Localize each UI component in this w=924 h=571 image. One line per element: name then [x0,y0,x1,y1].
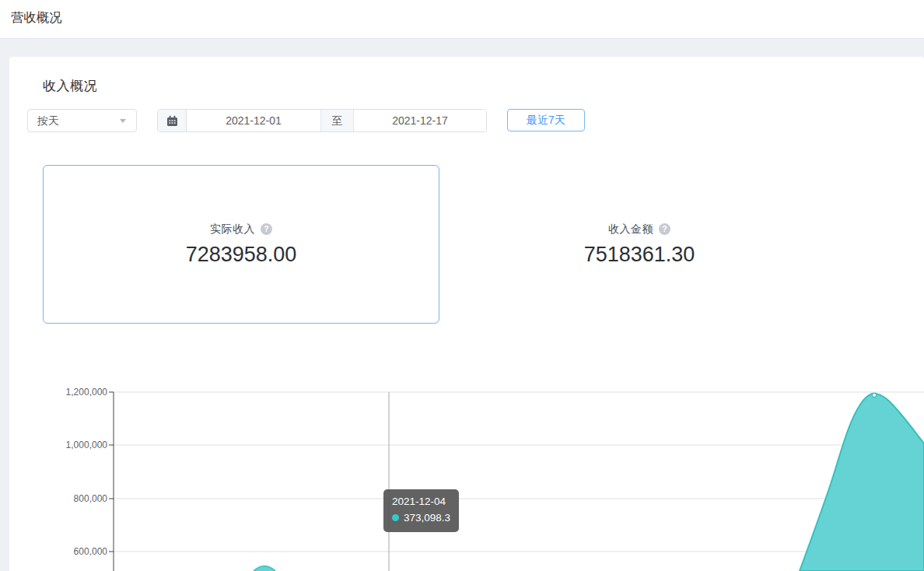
date-range-separator: 至 [320,110,354,131]
section-title: 收入概况 [43,77,97,95]
chart-y-axis [109,392,114,571]
area-series-bump [254,566,275,571]
start-date-input[interactable]: 2021-12-01 [187,110,320,131]
date-range-picker[interactable]: 2021-12-01 至 2021-12-17 [157,109,487,132]
stat-value: 7518361.30 [584,243,695,267]
svg-text:800,000: 800,000 [74,493,108,504]
chart-gridlines [114,392,924,552]
income-trend-chart[interactable]: 1,200,000 1,000,000 800,000 600,000 [9,373,924,571]
granularity-select[interactable]: 按天 [27,109,137,132]
svg-text:1,000,000: 1,000,000 [66,440,108,450]
stat-label: 收入金额 [608,222,653,236]
chevron-down-icon [120,119,126,123]
stat-card-income-amount[interactable]: 收入金额 ? 7518361.30 [441,165,838,324]
svg-text:1,200,000: 1,200,000 [66,387,108,398]
last-7-days-button[interactable]: 最近7天 [507,109,585,131]
stat-card-actual-income[interactable]: 实际收入 ? 7283958.00 [43,165,439,324]
end-date-input[interactable]: 2021-12-17 [354,110,486,131]
help-icon[interactable]: ? [659,223,670,235]
stat-label: 实际收入 [210,222,255,236]
help-icon[interactable]: ? [261,223,272,235]
stat-value: 7283958.00 [186,243,297,267]
area-series-peak [800,394,924,571]
svg-text:600,000: 600,000 [74,546,108,557]
revenue-overview-page: 营收概况 收入概况 按天 2021-12-01 [0,0,924,571]
data-point-marker [872,393,876,397]
granularity-select-value: 按天 [37,110,59,131]
page-header: 营收概况 [0,0,924,39]
calendar-icon [158,110,187,131]
chart-y-axis-labels: 1,200,000 1,000,000 800,000 600,000 [66,387,108,557]
income-overview-panel: 收入概况 按天 2021-12-01 至 2021-12- [9,57,924,571]
page-title: 营收概况 [11,10,62,26]
